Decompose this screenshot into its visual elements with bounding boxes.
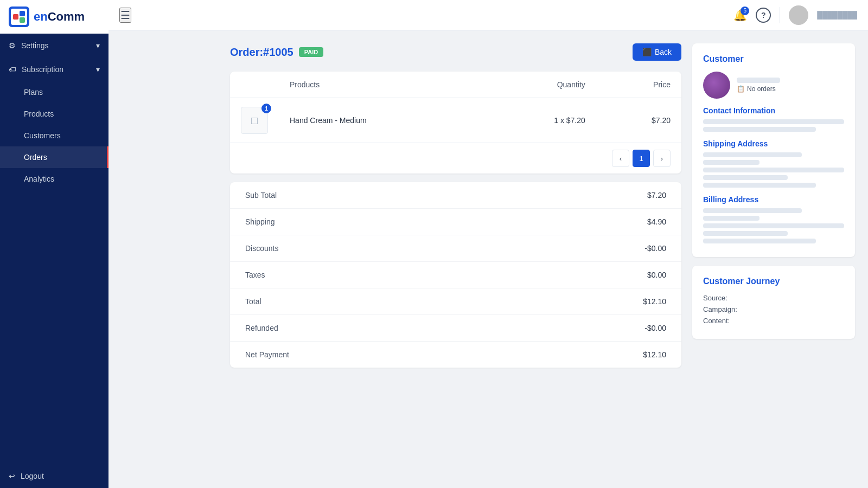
customer-info: 📋 No orders (737, 78, 844, 93)
journey-campaign: Campaign: (703, 305, 844, 313)
sidebar-item-subscription[interactable]: 🏷 Subscription ▾ (0, 57, 108, 81)
main-content: Order:#1005 PAID ⬛ Back Products Quantit… (217, 30, 868, 488)
sidebar-item-products[interactable]: Products (0, 103, 108, 125)
source-label: Source: (703, 294, 727, 302)
logo: enComm (0, 0, 108, 34)
shipping-line-3 (703, 168, 844, 172)
notification-badge: 5 (741, 7, 749, 15)
summary-row: Shipping $4.90 (230, 209, 681, 235)
logout-label: Logout (21, 472, 44, 480)
gear-icon: ⚙ (9, 41, 16, 50)
divider (780, 7, 780, 23)
customer-card: Customer 📋 No orders Contact Information… (692, 43, 855, 257)
product-name: Hand Cream - Medium (279, 98, 485, 143)
product-price: $7.20 (596, 98, 681, 143)
no-orders-label: No orders (747, 85, 776, 93)
products-table: Products Quantity Price □ 1 Hand Cream -… (230, 72, 681, 143)
col-quantity: Quantity (485, 72, 596, 98)
sidebar: enComm ⚙ Settings ▾ 🏷 Subscription ▾ Pla… (0, 0, 108, 488)
logo-text: enComm (34, 10, 85, 24)
page-1-button[interactable]: 1 (633, 150, 650, 167)
summary-row: Total $12.10 (230, 288, 681, 315)
customer-name-blurred (737, 78, 780, 83)
topbar: ☰ 🔔 5 ? ████████ (108, 0, 868, 30)
sidebar-settings-label: Settings (21, 41, 49, 50)
back-label: Back (655, 48, 672, 56)
user-name: ████████ (817, 11, 857, 19)
svg-rect-2 (13, 14, 18, 20)
billing-line-5 (703, 239, 816, 243)
summary-amount: $0.00 (492, 262, 681, 288)
chevron-down-icon: ▾ (96, 65, 100, 74)
sidebar-item-analytics[interactable]: Analytics (0, 168, 108, 190)
avatar (789, 5, 808, 25)
billing-address-title: Billing Address (703, 195, 844, 204)
summary-card: Sub Total $7.20 Shipping $4.90 Discounts… (230, 182, 681, 368)
content-right: Customer 📋 No orders Contact Information… (692, 43, 855, 475)
summary-label: Shipping (230, 209, 492, 235)
next-page-button[interactable]: › (653, 150, 671, 167)
summary-row: Taxes $0.00 (230, 262, 681, 288)
prev-page-button[interactable]: ‹ (612, 150, 629, 167)
journey-content: Content: (703, 317, 844, 325)
shipping-line-4 (703, 175, 788, 180)
svg-rect-4 (20, 17, 25, 23)
customer-title: Customer (703, 54, 844, 64)
content-left: Order:#1005 PAID ⬛ Back Products Quantit… (230, 43, 681, 475)
summary-amount: $4.90 (492, 209, 681, 235)
shipping-line-2 (703, 160, 760, 165)
shipping-line-5 (703, 183, 816, 188)
summary-row: Sub Total $7.20 (230, 182, 681, 209)
help-button[interactable]: ? (756, 8, 771, 23)
summary-amount: $7.20 (492, 182, 681, 209)
back-button[interactable]: ⬛ Back (633, 43, 681, 61)
summary-amount: $12.10 (492, 288, 681, 315)
sidebar-item-settings[interactable]: ⚙ Settings ▾ (0, 34, 108, 57)
summary-label: Sub Total (230, 182, 492, 209)
content-label: Content: (703, 317, 730, 325)
summary-label: Total (230, 288, 492, 315)
sidebar-item-orders[interactable]: Orders (0, 146, 108, 168)
help-icon: ? (761, 11, 766, 20)
status-badge: PAID (299, 47, 323, 57)
page-number: 1 (639, 155, 643, 163)
tag-icon: 🏷 (9, 65, 16, 74)
product-quantity: 1 x $7.20 (485, 98, 596, 143)
col-product-image (230, 72, 279, 98)
sidebar-subscription-label: Subscription (22, 65, 63, 74)
logout-icon: ↩ (9, 472, 15, 480)
summary-label: Refunded (230, 315, 492, 342)
back-icon: ⬛ (642, 48, 652, 56)
sidebar-item-plans[interactable]: Plans (0, 81, 108, 103)
summary-row: Refunded -$0.00 (230, 315, 681, 342)
product-image-wrap: □ 1 (241, 107, 268, 134)
summary-amount: -$0.00 (492, 315, 681, 342)
shipping-address-title: Shipping Address (703, 139, 844, 148)
orders-icon: 📋 (737, 85, 745, 93)
summary-amount: -$0.00 (492, 235, 681, 262)
journey-source: Source: (703, 294, 844, 302)
svg-rect-3 (20, 11, 25, 16)
no-orders-badge: 📋 No orders (737, 85, 844, 93)
sidebar-item-customers[interactable]: Customers (0, 125, 108, 146)
left-arrow-icon: ‹ (620, 155, 622, 163)
contact-info-title: Contact Information (703, 106, 844, 115)
contact-line-1 (703, 119, 844, 124)
hamburger-button[interactable]: ☰ (119, 8, 131, 23)
summary-row: Discounts -$0.00 (230, 235, 681, 262)
summary-label: Net Payment (230, 342, 492, 368)
product-badge: 1 (261, 104, 271, 113)
summary-label: Discounts (230, 235, 492, 262)
logo-icon (9, 7, 29, 27)
billing-line-3 (703, 223, 844, 228)
logout-button[interactable]: ↩ Logout (0, 464, 108, 488)
contact-line-2 (703, 127, 816, 132)
summary-label: Taxes (230, 262, 492, 288)
journey-title: Customer Journey (703, 277, 844, 286)
chevron-down-icon: ▾ (96, 41, 100, 50)
pagination: ‹ 1 › (230, 143, 681, 174)
col-products: Products (279, 72, 485, 98)
products-card: Products Quantity Price □ 1 Hand Cream -… (230, 72, 681, 174)
page-header: Order:#1005 PAID ⬛ Back (230, 43, 681, 61)
notifications-button[interactable]: 🔔 5 (733, 9, 747, 22)
